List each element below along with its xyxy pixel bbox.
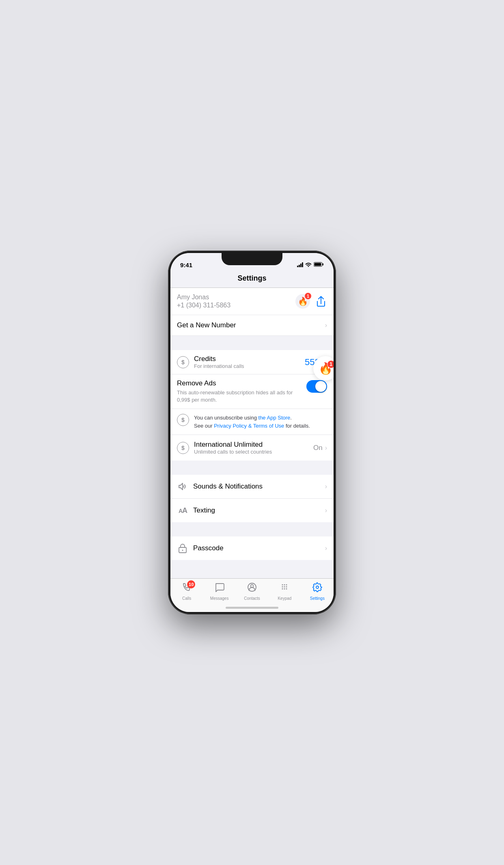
texting-row[interactable]: A A Texting › [170,499,334,522]
intl-title: International Unlimited [194,441,272,449]
app-store-link[interactable]: the App Store [258,415,291,421]
credits-dollar-icon: $ [177,356,189,368]
unsub-period: . [290,415,292,421]
svg-point-18 [316,586,319,588]
get-new-number-row[interactable]: Get a New Number › [170,315,334,336]
fire-badge-container[interactable]: 🔥 1 [295,294,310,309]
status-time: 9:41 [180,262,192,268]
section-gap-2 [170,461,334,475]
settings-content[interactable]: Amy Jonas +1 (304) 311-5863 🔥 1 [170,288,334,588]
intl-chevron: › [325,444,327,452]
sounds-notifications-label: Sounds & Notifications [193,482,263,491]
passcode-row[interactable]: Passcode › [170,536,334,560]
svg-point-14 [286,586,287,588]
get-new-number-label: Get a New Number [177,321,236,329]
texting-left: A A Texting [177,505,215,516]
sounds-notifications-row[interactable]: Sounds & Notifications › [170,475,334,499]
remove-ads-row[interactable]: Remove Ads This auto-renewable subscript… [170,374,334,409]
privacy-policy-link[interactable]: Privacy Policy & Terms of Use [214,423,284,429]
sounds-icon [177,481,188,492]
phone-screen: 9:41 [170,253,334,612]
wifi-icon [305,262,312,268]
texting-label: Texting [193,506,215,515]
tab-calls-label: Calls [182,596,191,601]
passcode-label: Passcode [193,544,224,552]
tab-keypad-label: Keypad [278,596,291,601]
svg-point-15 [282,588,283,590]
tab-contacts[interactable]: Contacts [236,582,268,601]
svg-point-12 [282,586,283,588]
contacts-icon [247,582,257,595]
passcode-chevron: › [325,545,327,552]
notch [222,253,282,265]
passcode-icon [177,543,188,554]
intl-info: International Unlimited Unlimited calls … [194,441,272,455]
tab-keypad[interactable]: Keypad [268,582,301,601]
svg-point-6 [182,550,183,551]
battery-icon [314,261,324,268]
svg-point-16 [284,588,285,590]
profile-info: Amy Jonas +1 (304) 311-5863 [177,294,230,309]
bottom-padding [170,560,334,576]
svg-rect-2 [314,263,321,266]
unsub-text-3: See our [194,423,214,429]
texting-icon: A A [177,505,188,516]
remove-ads-toggle[interactable] [306,380,327,393]
svg-text:A: A [182,506,187,515]
credits-subtitle: For international calls [194,363,244,369]
settings-icon [312,582,323,595]
messages-icon [214,582,225,595]
unsub-text-4: for details. [284,423,310,429]
credits-row[interactable]: $ Credits For international calls 552.3 [170,350,334,374]
svg-point-17 [286,588,287,590]
sounds-left: Sounds & Notifications [177,481,263,492]
tab-settings-label: Settings [310,596,325,601]
passcode-left: Passcode [177,543,224,554]
section-gap-1 [170,336,334,350]
svg-point-9 [282,584,283,586]
keypad-icon [279,582,290,595]
credits-title: Credits [194,355,244,363]
international-unlimited-row[interactable]: $ International Unlimited Unlimited call… [170,435,334,461]
page-title: Settings [237,274,266,282]
fire-badge: 1 [304,292,312,300]
signal-bars-icon [297,262,303,267]
tab-contacts-label: Contacts [244,596,260,601]
credits-info: Credits For international calls [194,355,244,369]
home-indicator [226,607,278,609]
nav-header: Settings [170,271,334,288]
intl-dollar-icon: $ [177,442,189,454]
unsubscribe-dollar-icon: $ [177,414,189,426]
remove-ads-title: Remove Ads [177,379,306,387]
svg-rect-1 [323,264,324,266]
intl-status: On [313,444,323,452]
remove-ads-content: Remove Ads This auto-renewable subscript… [177,379,306,404]
floating-fire-badge: 🔥 1 [313,356,334,381]
phone-frame: 9:41 [168,251,336,614]
status-icons [297,261,324,268]
svg-point-13 [284,586,285,588]
profile-actions: 🔥 1 [295,294,327,309]
unsubscribe-text: You can unsubscribe using the App Store.… [194,414,327,430]
tab-calls[interactable]: 10 Calls [170,582,203,601]
intl-left: $ International Unlimited Unlimited call… [177,441,272,455]
remove-ads-description: This auto-renewable subscription hides a… [177,389,306,404]
svg-point-10 [284,584,285,586]
intl-right: On › [313,444,327,452]
profile-name: Amy Jonas [177,294,230,301]
floating-fire-count: 1 [327,360,334,368]
texting-chevron: › [325,507,327,514]
svg-point-8 [251,585,254,588]
calls-badge: 10 [187,580,195,588]
tab-settings[interactable]: Settings [301,582,334,601]
share-icon[interactable] [315,295,327,307]
svg-point-11 [286,584,287,586]
sounds-chevron: › [325,483,327,490]
section-gap-3 [170,522,334,536]
profile-row[interactable]: Amy Jonas +1 (304) 311-5863 🔥 1 [170,288,334,315]
tab-messages-label: Messages [210,596,229,601]
tab-messages[interactable]: Messages [203,582,235,601]
intl-subtitle: Unlimited calls to select countries [194,449,272,455]
unsubscribe-row: $ You can unsubscribe using the App Stor… [170,409,334,435]
profile-number: +1 (304) 311-5863 [177,302,230,309]
